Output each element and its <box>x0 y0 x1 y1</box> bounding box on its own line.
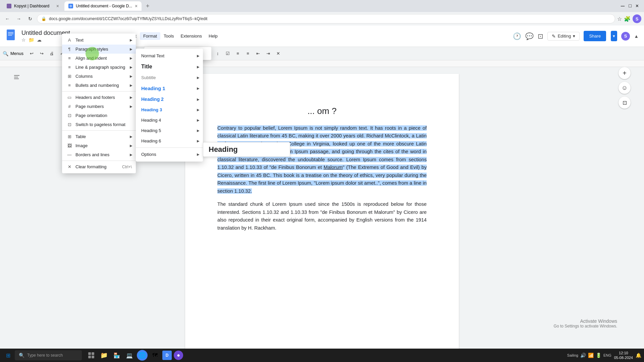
format-borders-lines-item[interactable]: — Borders and lines <box>62 150 136 159</box>
battery-icon[interactable]: 🔋 <box>596 353 601 358</box>
folder-icon[interactable]: 📁 <box>29 37 34 43</box>
doc-heading: ... om ? <box>217 106 427 116</box>
taskbar-icons: 📁 🏪 💻 🌐 🗺 D ● <box>86 350 183 361</box>
star-icon[interactable]: ☆ <box>21 37 26 43</box>
align-button[interactable]: ≡ <box>203 49 212 58</box>
doc-page[interactable]: ... om ? Contrary to popular belief, Lor… <box>185 74 459 362</box>
format-headers-item[interactable]: ▭ Headers and footers <box>62 93 136 102</box>
view-mode-icon[interactable]: ⊡ <box>538 32 543 40</box>
emoji-button[interactable]: ☺ <box>619 82 631 94</box>
chrome-button[interactable]: 🌐 <box>137 350 148 361</box>
submenu-heading6[interactable]: Heading 6 <box>136 136 203 146</box>
menu-help[interactable]: Help <box>205 32 221 40</box>
tab-close-gdocs[interactable]: × <box>135 3 138 9</box>
collapse-icon[interactable]: ▲ <box>634 34 639 39</box>
back-button[interactable]: ← <box>3 14 12 23</box>
increase-indent-button[interactable]: ⇥ <box>263 49 273 58</box>
lock-icon: 🔒 <box>41 16 46 21</box>
menu-extensions[interactable]: Extensions <box>177 32 205 40</box>
line-spacing-button[interactable]: ↕ <box>213 49 222 58</box>
undo-button[interactable]: ↩ <box>27 49 36 58</box>
extensions-icon[interactable]: 🧩 <box>624 16 631 22</box>
format-columns-item[interactable]: ⊞ Columns <box>62 72 136 81</box>
ms-store-button[interactable]: 🏪 <box>111 350 122 361</box>
outline-icon[interactable] <box>13 74 20 81</box>
share-dropdown[interactable]: ▾ <box>611 31 617 41</box>
editing-mode[interactable]: ✎ Editing ▾ <box>547 32 580 41</box>
subtitle-label: Subtitle <box>141 75 156 80</box>
share-button[interactable]: Share <box>584 31 606 41</box>
forward-button[interactable]: → <box>14 14 23 23</box>
volume-icon[interactable]: 🔊 <box>580 353 586 358</box>
file-explorer-button[interactable]: 📁 <box>99 350 109 361</box>
profile-avatar[interactable]: S <box>633 14 641 23</box>
activate-windows-subtitle: Go to Settings to activate Windows. <box>554 324 617 328</box>
format-text-item[interactable]: A Text <box>62 36 136 45</box>
submenu-normal-text[interactable]: Normal Text <box>136 51 203 61</box>
checklist-button[interactable]: ☑ <box>223 49 232 58</box>
format-paragraph-styles-item[interactable]: ¶ Paragraph styles <box>62 45 136 54</box>
minimize-button[interactable]: ─ <box>621 3 625 9</box>
format-clear-formatting-item[interactable]: ✕ Clear formatting Ctrl+\ <box>62 162 136 171</box>
submenu-heading5[interactable]: Heading 5 <box>136 125 203 136</box>
format-line-spacing-item[interactable]: ≡ Line & paragraph spacing <box>62 63 136 72</box>
history-icon[interactable]: 🕐 <box>513 32 521 40</box>
submenu-options[interactable]: Options <box>136 149 203 160</box>
menu-format[interactable]: Format <box>140 32 160 40</box>
paragraph-styles-submenu[interactable]: Normal Text Title Subtitle Heading 1 Hea… <box>136 49 203 162</box>
address-bar[interactable]: 🔒 docs.google.com/document/d/1CCZWl7ocz6… <box>37 14 615 23</box>
image-action-button[interactable]: ⊡ <box>619 97 631 109</box>
taskbar-search[interactable]: 🔍 Type here to search <box>15 350 82 360</box>
menu-divider-2 <box>62 130 136 131</box>
submenu-heading2[interactable]: Heading 2 <box>136 94 203 105</box>
submenu-title[interactable]: Title <box>136 61 203 72</box>
bookmark-icon[interactable]: ☆ <box>617 16 622 22</box>
format-align-item[interactable]: ≡ Align and indent <box>62 54 136 63</box>
tab-favicon-kopyst <box>7 4 11 8</box>
submenu-heading1[interactable]: Heading 1 <box>136 83 203 94</box>
format-image-item[interactable]: 🖼 Image <box>62 141 136 150</box>
gdocs-right: 🕐 💬 ⊡ ✎ Editing ▾ Share ▾ S ▲ <box>513 31 639 41</box>
submenu-heading4[interactable]: Heading 4 <box>136 115 203 125</box>
restore-button[interactable]: □ <box>629 3 631 9</box>
tab-kopyst[interactable]: Kopyst | Dashboard × <box>3 1 63 11</box>
submenu-subtitle[interactable]: Subtitle <box>136 72 203 83</box>
columns-icon: ⊞ <box>66 74 73 79</box>
menus-label[interactable]: Menus <box>10 51 23 56</box>
comments-icon[interactable]: 💬 <box>525 32 534 40</box>
add-content-button[interactable]: + <box>619 67 631 79</box>
windows-start-button[interactable]: ⊞ <box>3 350 13 361</box>
menu-tools[interactable]: Tools <box>160 32 177 40</box>
menu-divider-1 <box>62 91 136 92</box>
wifi-label: Sailing <box>567 353 578 357</box>
refresh-button[interactable]: ↻ <box>25 14 35 23</box>
close-button[interactable]: × <box>636 3 639 9</box>
submenu-heading3[interactable]: Heading 3 <box>136 105 203 115</box>
redo-button[interactable]: ↪ <box>37 49 46 58</box>
maps-button[interactable]: 🗺 <box>150 350 160 361</box>
network-icon[interactable]: 📶 <box>588 353 594 358</box>
tab-close-kopyst[interactable]: × <box>56 3 59 9</box>
format-table-item[interactable]: ⊞ Table <box>62 132 136 141</box>
format-page-orientation-item[interactable]: ⊡ Page orientation <box>62 111 136 120</box>
tab-gdocs[interactable]: D Untitled document - Google D... × <box>64 1 142 11</box>
numbered-list-button[interactable]: ≡ <box>243 49 253 58</box>
format-switch-pageless-item[interactable]: ⊡ Switch to pageless format <box>62 120 136 129</box>
decrease-indent-button[interactable]: ⇤ <box>253 49 263 58</box>
format-menu[interactable]: A Text ¶ Paragraph styles ≡ Align and in… <box>62 34 136 173</box>
user-avatar[interactable]: S <box>621 32 630 41</box>
search-icon[interactable]: 🔍 <box>3 51 8 56</box>
print-button[interactable]: 🖨 <box>47 49 56 58</box>
editing-label: Editing <box>558 34 571 39</box>
new-tab-button[interactable]: + <box>143 1 152 11</box>
terminal-button[interactable]: 💻 <box>124 350 135 361</box>
gdocs-taskbar-button[interactable]: D <box>162 351 172 360</box>
taskview-button[interactable] <box>86 350 97 361</box>
clear-format-button[interactable]: ✕ <box>273 49 283 58</box>
format-page-numbers-item[interactable]: # Page numbers <box>62 102 136 111</box>
cloud-icon[interactable]: ☁ <box>37 37 42 43</box>
bullets-button[interactable]: ≡ <box>233 49 243 58</box>
format-bullets-item[interactable]: ≡ Bullets and numbering <box>62 81 136 90</box>
purple-app-button[interactable]: ● <box>174 351 183 360</box>
notification-icon[interactable]: 🔔 <box>636 353 641 358</box>
